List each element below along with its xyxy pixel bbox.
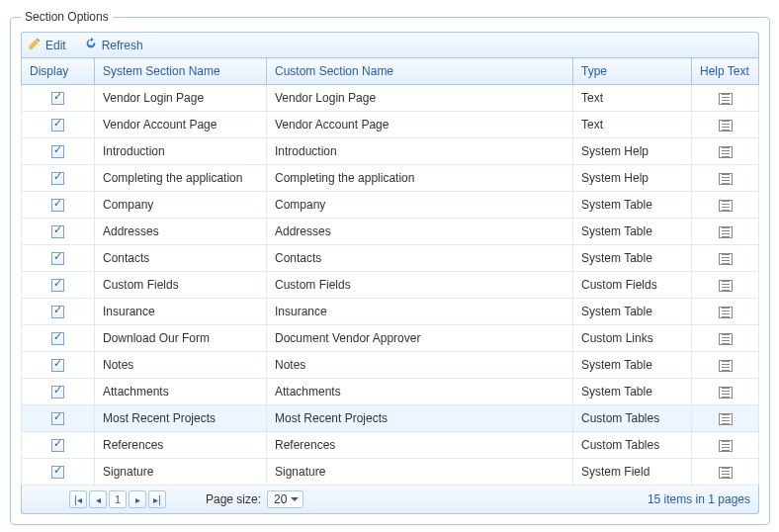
cell-help-text <box>692 379 759 405</box>
table-row[interactable]: InsuranceInsuranceSystem Table <box>22 299 759 325</box>
display-checkbox[interactable] <box>51 92 64 105</box>
page-size-select[interactable]: 20 <box>267 490 303 508</box>
document-icon[interactable] <box>719 413 733 425</box>
display-checkbox[interactable] <box>51 386 64 399</box>
pager-last-button[interactable]: ▸| <box>148 490 166 508</box>
cell-type: System Field <box>573 459 692 486</box>
table-row[interactable]: AttachmentsAttachmentsSystem Table <box>22 379 759 405</box>
cell-type: Custom Links <box>573 325 692 352</box>
cell-display <box>22 192 95 219</box>
table-row[interactable]: SignatureSignatureSystem Field <box>22 459 759 486</box>
table-row[interactable]: Download Our FormDocument Vendor Approve… <box>22 325 759 352</box>
cell-help-text <box>692 325 759 352</box>
cell-help-text <box>692 245 759 272</box>
cell-type: System Table <box>573 299 692 325</box>
refresh-label: Refresh <box>102 39 143 52</box>
display-checkbox[interactable] <box>51 466 64 479</box>
document-icon[interactable] <box>719 146 733 158</box>
col-custom-name[interactable]: Custom Section Name <box>267 58 573 85</box>
document-icon[interactable] <box>719 200 733 212</box>
document-icon[interactable] <box>719 120 733 132</box>
display-checkbox[interactable] <box>51 252 64 265</box>
display-checkbox[interactable] <box>51 279 64 292</box>
cell-type: System Table <box>573 219 692 245</box>
toolbar: Edit Refresh <box>21 32 759 57</box>
cell-display <box>22 405 95 432</box>
section-options-panel: Section Options Edit Refresh Display Sys… <box>10 10 770 525</box>
cell-type: Text <box>573 112 692 138</box>
table-row[interactable]: ReferencesReferencesCustom Tables <box>22 432 759 459</box>
panel-legend: Section Options <box>21 10 113 24</box>
table-row[interactable]: Custom FieldsCustom FieldsCustom Fields <box>22 272 759 299</box>
cell-custom-name: Custom Fields <box>267 272 573 299</box>
table-row[interactable]: AddressesAddressesSystem Table <box>22 219 759 245</box>
cell-type: Custom Tables <box>573 432 692 459</box>
cell-display <box>22 138 95 165</box>
cell-system-name: Custom Fields <box>95 272 267 299</box>
sections-table: Display System Section Name Custom Secti… <box>21 57 759 486</box>
cell-custom-name: Signature <box>267 459 573 486</box>
cell-type: System Help <box>573 165 692 192</box>
cell-system-name: Most Recent Projects <box>95 405 267 432</box>
table-row[interactable]: Completing the applicationCompleting the… <box>22 165 759 192</box>
cell-help-text <box>692 112 759 138</box>
cell-system-name: Completing the application <box>95 165 267 192</box>
display-checkbox[interactable] <box>51 412 64 425</box>
document-icon[interactable] <box>719 333 733 345</box>
table-row[interactable]: ContactsContactsSystem Table <box>22 245 759 272</box>
col-type[interactable]: Type <box>573 58 692 85</box>
document-icon[interactable] <box>719 307 733 318</box>
document-icon[interactable] <box>719 93 733 105</box>
table-row[interactable]: Vendor Login PageVendor Login PageText <box>22 85 759 112</box>
refresh-button[interactable]: Refresh <box>84 37 143 53</box>
col-display[interactable]: Display <box>22 58 95 85</box>
pager-page-1[interactable]: 1 <box>109 490 127 508</box>
page-size-control: Page size: 20 <box>206 490 303 508</box>
table-row[interactable]: CompanyCompanySystem Table <box>22 192 759 219</box>
cell-custom-name: Attachments <box>267 379 573 405</box>
display-checkbox[interactable] <box>51 225 64 238</box>
cell-system-name: Attachments <box>95 379 267 405</box>
cell-system-name: Insurance <box>95 299 267 325</box>
display-checkbox[interactable] <box>51 306 64 318</box>
cell-help-text <box>692 272 759 299</box>
document-icon[interactable] <box>719 253 733 265</box>
pager-next-button[interactable]: ▸ <box>129 490 146 508</box>
display-checkbox[interactable] <box>51 332 64 345</box>
display-checkbox[interactable] <box>51 119 64 132</box>
table-row[interactable]: NotesNotesSystem Table <box>22 352 759 379</box>
pager-first-button[interactable]: |◂ <box>69 490 87 508</box>
table-header-row: Display System Section Name Custom Secti… <box>22 58 759 85</box>
table-row[interactable]: IntroductionIntroductionSystem Help <box>22 138 759 165</box>
document-icon[interactable] <box>719 280 733 292</box>
cell-custom-name: Vendor Account Page <box>267 112 573 138</box>
cell-help-text <box>692 459 759 486</box>
pager-prev-button[interactable]: ◂ <box>89 490 107 508</box>
cell-custom-name: Completing the application <box>267 165 573 192</box>
page-size-label: Page size: <box>206 492 261 506</box>
cell-help-text <box>692 192 759 219</box>
display-checkbox[interactable] <box>51 145 64 158</box>
document-icon[interactable] <box>719 173 733 185</box>
cell-help-text <box>692 138 759 165</box>
document-icon[interactable] <box>719 387 733 399</box>
cell-system-name: Notes <box>95 352 267 379</box>
display-checkbox[interactable] <box>51 359 64 372</box>
display-checkbox[interactable] <box>51 199 64 212</box>
pager: |◂ ◂ 1 ▸ ▸| Page size: 20 15 items in 1 … <box>21 486 759 514</box>
document-icon[interactable] <box>719 440 733 452</box>
display-checkbox[interactable] <box>51 172 64 185</box>
table-row[interactable]: Most Recent ProjectsMost Recent Projects… <box>22 405 759 432</box>
pencil-icon <box>28 37 42 53</box>
cell-display <box>22 325 95 352</box>
document-icon[interactable] <box>719 226 733 238</box>
display-checkbox[interactable] <box>51 439 64 452</box>
col-help-text[interactable]: Help Text <box>692 58 759 85</box>
document-icon[interactable] <box>719 467 733 479</box>
cell-custom-name: Addresses <box>267 219 573 245</box>
col-system-name[interactable]: System Section Name <box>95 58 267 85</box>
table-row[interactable]: Vendor Account PageVendor Account PageTe… <box>22 112 759 138</box>
edit-button[interactable]: Edit <box>28 37 66 53</box>
cell-type: Custom Tables <box>573 405 692 432</box>
document-icon[interactable] <box>719 360 733 372</box>
